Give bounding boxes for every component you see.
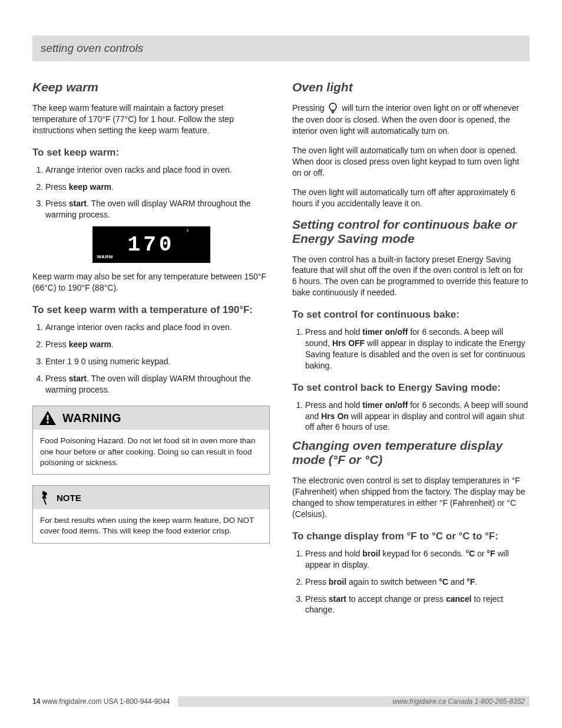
- temp-step3: Press start to accept change or press ca…: [305, 594, 530, 616]
- lightbulb-icon: [329, 103, 337, 114]
- right-column: Oven light Pressing will turn the interi…: [292, 75, 530, 621]
- section-header-text: setting oven controls: [41, 42, 143, 55]
- footer-site: www.frigidaire.com USA 1-800-944-9044: [42, 697, 170, 706]
- cb-sub1: To set control for continuous bake:: [292, 309, 530, 321]
- svg-rect-0: [47, 415, 48, 420]
- temp-sub1: To change display from °F to °C or °C to…: [292, 531, 530, 542]
- keep-warm-keypad: keep warm: [69, 182, 111, 192]
- oven-light-heading: Oven light: [292, 80, 530, 94]
- cb2-step1: Press and hold timer on/off for 6 second…: [305, 400, 530, 433]
- display-temp: 170: [128, 233, 175, 257]
- display-degree: °: [187, 229, 189, 235]
- oven-display: 170 ° WARM: [92, 226, 210, 263]
- keep-warm-heading: Keep warm: [32, 80, 270, 94]
- cb-steps-1: Press and hold timer on/off for 6 second…: [292, 327, 530, 371]
- kw-steps-1: Arrange interior oven racks and place fo…: [32, 164, 270, 221]
- kw1-step3: Press start. The oven will display WARM …: [45, 198, 270, 220]
- display-warm-label: WARM: [97, 254, 113, 259]
- oven-light-p3: The oven light will automatically turn o…: [292, 187, 530, 209]
- kw2-step3: Enter 1 9 0 using numeric keypad.: [45, 356, 270, 367]
- note-header: NOTE: [33, 486, 269, 509]
- kw2-step1: Arrange interior oven racks and place fo…: [45, 322, 270, 333]
- keep-warm-intro: The keep warm feature will maintain a fa…: [32, 103, 270, 136]
- start-keypad-3: start: [329, 594, 346, 604]
- cb-sub2: To set control back to Energy Saving mod…: [292, 382, 530, 394]
- start-keypad: start: [69, 199, 87, 208]
- temp-step2: Press broil again to switch between °C a…: [305, 577, 530, 588]
- kw2-step2: Press keep warm.: [45, 339, 270, 350]
- cancel-keypad: cancel: [446, 594, 472, 604]
- temp-display-heading: Changing oven temperature display mode (…: [292, 439, 530, 467]
- page-number: 14: [32, 697, 40, 706]
- keep-warm-keypad-2: keep warm: [69, 340, 111, 349]
- page-footer: 14 www.frigidaire.com USA 1-800-944-9044…: [32, 696, 530, 707]
- note-body: For best results when using the keep war…: [33, 509, 269, 542]
- kw-range: Keep warm may also be set for any temper…: [32, 271, 270, 294]
- warning-header: WARNING: [33, 406, 269, 430]
- warning-box: WARNING Food Poisoning Hazard. Do not le…: [32, 406, 270, 475]
- footer-band: www.frigidaire.ca Canada 1-800-265-8352: [178, 696, 530, 707]
- note-box: NOTE For best results when using the kee…: [32, 485, 270, 543]
- oven-light-p2: The oven light will automatically turn o…: [292, 145, 530, 179]
- start-keypad-2: start: [69, 374, 87, 383]
- kw2-step4: Press start. The oven will display WARM …: [45, 373, 270, 396]
- oven-light-p1: Pressing will turn the interior oven lig…: [292, 103, 530, 137]
- footer-right: www.frigidaire.ca Canada 1-800-265-8352: [392, 697, 525, 706]
- cb-p1: The oven control has a built-in factory …: [292, 254, 530, 299]
- warning-body: Food Poisoning Hazard. Do not let food s…: [33, 430, 269, 474]
- continuous-bake-heading: Setting control for continuous bake or E…: [292, 218, 530, 246]
- kw-sub2: To set keep warm with a temperature of 1…: [32, 304, 270, 316]
- kw1-step2: Press keep warm.: [45, 182, 270, 193]
- temp-p1: The electronic oven control is set to di…: [292, 475, 530, 520]
- timer-keypad: timer on/off: [362, 327, 408, 337]
- kw1-step1: Arrange interior oven racks and place fo…: [45, 164, 270, 176]
- left-column: Keep warm The keep warm feature will mai…: [32, 75, 270, 621]
- warning-label: WARNING: [62, 411, 121, 425]
- temp-step1: Press and hold broil keypad for 6 second…: [305, 548, 530, 571]
- broil-keypad-2: broil: [329, 577, 346, 587]
- section-header: setting oven controls: [32, 35, 530, 61]
- warning-icon: [39, 410, 57, 426]
- note-label: NOTE: [57, 493, 81, 503]
- pushpin-icon: [39, 490, 51, 505]
- timer-keypad-2: timer on/off: [362, 400, 408, 410]
- cb1-step1: Press and hold timer on/off for 6 second…: [305, 327, 530, 371]
- broil-keypad: broil: [362, 549, 380, 558]
- temp-steps: Press and hold broil keypad for 6 second…: [292, 548, 530, 615]
- kw-sub1: To set keep warm:: [32, 147, 270, 159]
- cb-steps-2: Press and hold timer on/off for 6 second…: [292, 400, 530, 433]
- kw-steps-2: Arrange interior oven racks and place fo…: [32, 322, 270, 395]
- svg-point-1: [47, 421, 49, 424]
